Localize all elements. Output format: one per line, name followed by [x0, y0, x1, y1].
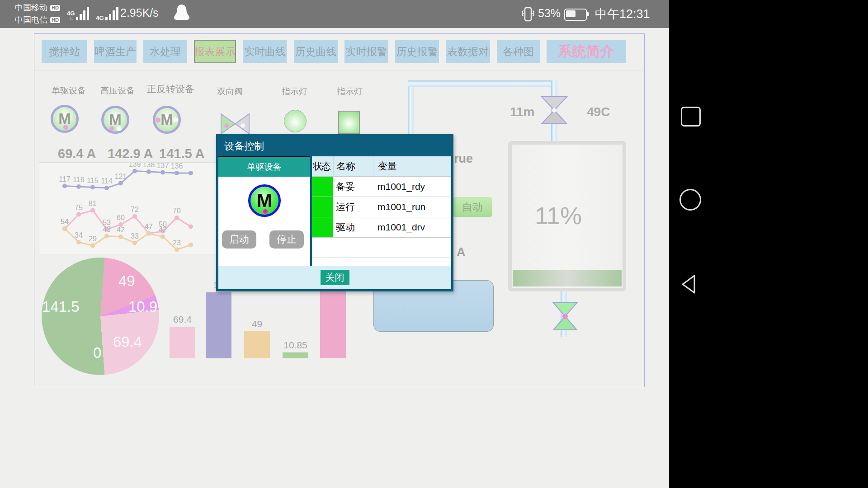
stop-button[interactable]: 停止 [269, 230, 304, 249]
data-point-label: 136 [171, 163, 183, 170]
data-point [90, 244, 95, 248]
tab-报表数据对比[interactable]: 报表数据对比 [446, 40, 490, 63]
data-point-label: 138 [143, 163, 155, 169]
bar-69.4: 69.4 [170, 327, 195, 358]
tab-历史报警[interactable]: 历史报警 [395, 40, 439, 63]
equipment-label: 正反转设备 [147, 83, 194, 95]
data-point [62, 226, 67, 231]
bar-col-5 [320, 291, 346, 358]
pipe-temp-label: 49C [587, 105, 610, 119]
data-point-label: 42 [117, 226, 125, 234]
data-point-label: 29 [89, 235, 97, 243]
device-control-dialog: 设备控制 单驱设备 M 启动 停止 状态 名称 变量 [216, 134, 453, 291]
tab-历史曲线[interactable]: 历史曲线 [294, 40, 338, 63]
series-orange: 543429434233474223 [61, 218, 193, 252]
tab-各种图[interactable]: 各种图 [497, 40, 540, 63]
data-point-label: 47 [145, 223, 153, 230]
data-point [104, 186, 109, 190]
tab-搅拌站[interactable]: 搅拌站 [42, 40, 87, 63]
data-point-label: 75 [75, 204, 83, 211]
android-nav-bar [669, 0, 868, 488]
back-button-icon[interactable] [679, 274, 700, 295]
data-point [189, 225, 193, 229]
inlet-valve-icon[interactable] [541, 96, 568, 125]
home-button-icon[interactable] [679, 189, 701, 211]
data-point [76, 240, 81, 244]
indicator-lamp-circle[interactable] [284, 110, 307, 132]
series-purple: 117116115114121139138137136 [59, 163, 193, 190]
status-indicator-cell [312, 258, 333, 266]
motor-dot [63, 125, 68, 130]
tab-水处理[interactable]: 水处理 [143, 40, 187, 63]
device-status-row: 驱动m1001_drv [312, 217, 451, 237]
data-point-label: 115 [87, 177, 99, 184]
data-point [76, 184, 81, 189]
data-point-label: 137 [157, 163, 169, 169]
equipment-label: 高压设备 [100, 85, 135, 97]
data-point [160, 170, 165, 175]
dialog-tab-single-drive[interactable]: 单驱设备 [218, 156, 310, 177]
table-header: 状态 名称 变量 [312, 156, 451, 176]
data-point [118, 235, 123, 239]
col-header-variable: 变量 [373, 156, 451, 176]
close-button[interactable]: 关闭 [321, 270, 349, 285]
signal-name-cell: 驱动 [333, 217, 373, 237]
tabs-separator [34, 70, 643, 70]
data-point [146, 231, 151, 236]
status-indicator-cell [312, 177, 333, 197]
signal-name-cell [333, 238, 373, 258]
tab-系统简介[interactable]: 系统简介 [547, 40, 626, 63]
bar-49: 49 [244, 331, 270, 358]
data-point-label: 34 [75, 231, 83, 239]
start-button[interactable]: 启动 [222, 230, 256, 249]
pie-slice-label: 69.4 [113, 333, 142, 351]
data-point-label: 139 [129, 163, 141, 168]
dialog-motor-icon[interactable]: M [248, 184, 281, 217]
trend-chart-panel: 1171161151141211391381371365475815360724… [39, 162, 217, 254]
variable-name-cell [373, 238, 451, 258]
data-point [146, 169, 151, 174]
bar-value-label: 49 [252, 319, 262, 329]
tab-啤酒生产[interactable]: 啤酒生产 [94, 40, 137, 63]
data-point-label: 23 [173, 239, 181, 247]
bidirectional-valve-icon[interactable] [220, 113, 250, 135]
data-point [189, 171, 193, 175]
data-point [90, 185, 95, 190]
variable-name-cell [373, 258, 451, 266]
tab-实时曲线[interactable]: 实时曲线 [243, 40, 287, 63]
tab-strip: 搅拌站啤酒生产水处理报表展示实时曲线历史曲线实时报警历史报警报表数据对比各种图系… [42, 40, 626, 63]
tab-报表展示[interactable]: 报表展示 [194, 40, 236, 63]
pipe-horizontal-top [408, 80, 557, 87]
tank-fill-level [513, 270, 622, 286]
variable-name-cell: m1001_drv [373, 217, 451, 237]
motor-current-value: 141.5 A [159, 146, 205, 161]
indicator-lamp-square[interactable] [338, 111, 360, 134]
phone-screen: 中国移动 HD 中国电信 HD 4G ↑↓ [0, 0, 868, 488]
data-point-label: 114 [101, 177, 113, 185]
col-header-status: 状态 [312, 160, 333, 173]
data-point [175, 216, 179, 220]
motor-single-drive[interactable]: M [51, 105, 79, 133]
data-point-label: 121 [115, 173, 127, 180]
tank-level-percent: 11% [535, 202, 582, 230]
recents-button-icon[interactable] [681, 107, 701, 127]
auto-mode-button[interactable]: 自动 [453, 197, 492, 217]
outlet-valve-icon[interactable] [552, 302, 578, 331]
data-point [118, 181, 123, 186]
data-point [132, 214, 137, 219]
data-point [76, 212, 81, 217]
motor-reversible[interactable]: M [153, 106, 181, 134]
data-point [90, 208, 95, 213]
tab-实时报警[interactable]: 实时报警 [344, 40, 388, 63]
data-point [62, 184, 67, 188]
pie-slice-label: 10.9 [128, 298, 157, 315]
data-point-label: 70 [173, 207, 181, 215]
data-point [132, 169, 137, 174]
motor-high-pressure[interactable]: M [101, 106, 129, 134]
status-indicator-cell [312, 197, 333, 217]
dialog-title: 设备控制 [218, 136, 451, 156]
data-point [175, 248, 179, 252]
col-header-name: 名称 [333, 156, 373, 176]
data-point-label: 54 [61, 218, 69, 225]
equipment-label: 单驱设备 [52, 85, 86, 97]
